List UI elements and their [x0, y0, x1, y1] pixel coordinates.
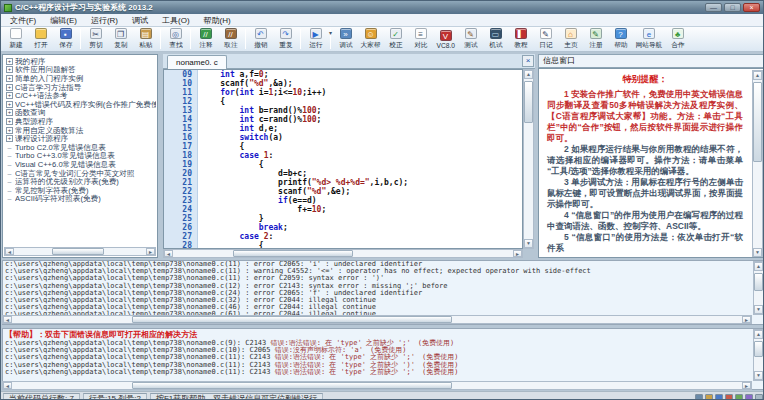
line-number[interactable]: 26	[164, 223, 198, 232]
minimize-button[interactable]: —	[705, 3, 722, 12]
scroll-right-arrow-icon[interactable]: ►	[146, 248, 155, 255]
editor-hscrollbar[interactable]: ◄ ►	[163, 249, 523, 258]
line-number[interactable]: 25	[164, 214, 198, 223]
line-number[interactable]: 16	[164, 133, 198, 142]
info-vscrollbar[interactable]: ▲ ▼	[752, 70, 763, 258]
line-number[interactable]: 28	[164, 241, 198, 249]
code-line[interactable]: 11 for(int i=1;i<=10;i++)	[164, 88, 522, 97]
sidebar-item-16[interactable]: –ASCII码字符对照表(免费)	[4, 195, 156, 204]
toolbar-button-compare[interactable]: ≡对比	[408, 27, 433, 51]
code-line[interactable]: 13 int b=rand()%100;	[164, 106, 522, 115]
code-line[interactable]: 23 if(e==d)	[164, 196, 522, 205]
scroll-down-arrow-icon[interactable]: ▼	[754, 371, 763, 380]
status-tray-icon-3[interactable]	[725, 394, 733, 400]
scroll-thumb[interactable]	[754, 273, 763, 291]
status-tray-icon-2[interactable]	[715, 394, 723, 400]
menu-item-0[interactable]: 文件(F)	[3, 15, 43, 26]
toolbar-button-comment[interactable]: //注释	[193, 27, 218, 51]
scroll-down-arrow-icon[interactable]: ▼	[753, 248, 762, 257]
status-tray-icon-5[interactable]	[745, 394, 753, 400]
scroll-thumb[interactable]	[233, 250, 353, 257]
tree-expand-icon[interactable]: +	[6, 127, 13, 134]
scroll-left-arrow-icon[interactable]: ◄	[3, 382, 12, 389]
scroll-thumb[interactable]	[132, 316, 452, 323]
toolbar-button-redo[interactable]: ↷重复	[273, 27, 298, 51]
toolbar-button-help[interactable]: ?帮助	[608, 27, 633, 51]
toolbar-button-debug[interactable]: »调试	[333, 27, 358, 51]
code-line[interactable]: 10 scanf("%d",&a);	[164, 79, 522, 88]
line-number[interactable]: 11	[164, 88, 198, 97]
toolbar-button-undo[interactable]: ↶撤销	[248, 27, 273, 51]
sidebar-hscrollbar[interactable]: ◄ ►	[4, 247, 156, 256]
scroll-right-arrow-icon[interactable]: ►	[742, 316, 751, 323]
tree-expand-icon[interactable]: +	[6, 135, 13, 142]
close-info-window-button[interactable]: ×	[522, 55, 534, 67]
toolbar-button-paste[interactable]: ▤粘贴	[133, 27, 158, 51]
maximize-button[interactable]: □	[724, 3, 741, 12]
toolbar-button-cooperate[interactable]: ♣合作	[665, 27, 690, 51]
code-line[interactable]: 20 d=b+c;	[164, 169, 522, 178]
code-line[interactable]: 25 }	[164, 214, 522, 223]
scroll-up-arrow-icon[interactable]: ▲	[753, 71, 762, 80]
tree-expand-icon[interactable]: +	[6, 101, 13, 108]
code-line[interactable]: 21 printf("%d> %d+%d=",i,b,c);	[164, 178, 522, 187]
toolbar-button-uncomment[interactable]: //取注	[218, 27, 243, 51]
line-number[interactable]: 27	[164, 232, 198, 241]
code-line[interactable]: 22 scanf("%d",&e);	[164, 187, 522, 196]
code-line[interactable]: 17 {	[164, 142, 522, 151]
menu-item-4[interactable]: 工具(O)	[155, 15, 197, 26]
editor-vscrollbar[interactable]: ▲ ▼	[523, 69, 534, 249]
scroll-up-arrow-icon[interactable]: ▲	[754, 330, 763, 339]
scroll-right-arrow-icon[interactable]: ►	[742, 382, 751, 389]
scroll-down-arrow-icon[interactable]: ▼	[754, 305, 763, 314]
tree-expand-icon[interactable]: +	[6, 75, 13, 82]
tree-expand-icon[interactable]: +	[6, 66, 13, 73]
run-dropdown-arrow-icon[interactable]: ▾	[329, 29, 332, 36]
tree-expand-icon[interactable]: +	[6, 118, 13, 125]
line-number[interactable]: 23	[164, 196, 198, 205]
line-number[interactable]: 09	[164, 70, 198, 79]
toolbar-button-vc80[interactable]: VVC8.0	[433, 27, 458, 51]
code-line[interactable]: 28 {	[164, 241, 522, 249]
toolbar-button-homepage[interactable]: ⌂主页	[558, 27, 583, 51]
line-number[interactable]: 22	[164, 187, 198, 196]
toolbar-button-diary[interactable]: ✎日记	[533, 27, 558, 51]
line-number[interactable]: 14	[164, 115, 198, 124]
editor-tab-noname0[interactable]: noname0. c	[167, 55, 227, 69]
scroll-up-arrow-icon[interactable]: ▲	[524, 70, 533, 79]
scroll-up-arrow-icon[interactable]: ▲	[754, 262, 763, 271]
line-number[interactable]: 18	[164, 151, 198, 160]
help-output-vscrollbar[interactable]: ▲ ▼	[753, 329, 764, 381]
code-line[interactable]: 27 case 2:	[164, 232, 522, 241]
status-tray-icon-1[interactable]	[705, 394, 713, 400]
code-line[interactable]: 24 f+=10;	[164, 205, 522, 214]
code-line[interactable]: 26 break;	[164, 223, 522, 232]
toolbar-button-everyone-help[interactable]: ☺大家帮	[358, 27, 383, 51]
menu-item-2[interactable]: 运行(R)	[84, 15, 125, 26]
toolbar-button-tutorial[interactable]: ▌教程	[508, 27, 533, 51]
scroll-down-arrow-icon[interactable]: ▼	[524, 239, 533, 248]
status-tray-icon-6[interactable]	[755, 394, 763, 400]
menu-item-5[interactable]: 帮助(H)	[197, 15, 238, 26]
toolbar-button-site-nav[interactable]: e网站导航	[633, 27, 665, 51]
menu-item-3[interactable]: 调试	[125, 15, 155, 26]
compiler-output-hscrollbar[interactable]: ◄ ►	[2, 315, 752, 324]
scroll-left-arrow-icon[interactable]: ◄	[5, 248, 14, 255]
line-number[interactable]: 19	[164, 160, 198, 169]
close-button[interactable]: ×	[743, 3, 760, 12]
status-tray-icon-0[interactable]	[695, 394, 703, 400]
line-number[interactable]: 13	[164, 106, 198, 115]
toolbar-button-test[interactable]: ✎测试	[458, 27, 483, 51]
code-area[interactable]: 09 int a,f=0;10 scanf("%d",&a);11 for(in…	[163, 69, 523, 249]
code-line[interactable]: 12 {	[164, 97, 522, 106]
line-number[interactable]: 21	[164, 178, 198, 187]
menu-item-1[interactable]: 编辑(E)	[43, 15, 84, 26]
scroll-thumb[interactable]	[753, 82, 762, 162]
code-line[interactable]: 19 {	[164, 160, 522, 169]
code-line[interactable]: 18 case 1:	[164, 151, 522, 160]
scroll-right-arrow-icon[interactable]: ►	[513, 250, 522, 257]
toolbar-button-machine-test[interactable]: ▭机试	[483, 27, 508, 51]
compiler-output-vscrollbar[interactable]: ▲ ▼	[753, 261, 764, 315]
scroll-left-arrow-icon[interactable]: ◄	[3, 316, 12, 323]
line-number[interactable]: 10	[164, 79, 198, 88]
